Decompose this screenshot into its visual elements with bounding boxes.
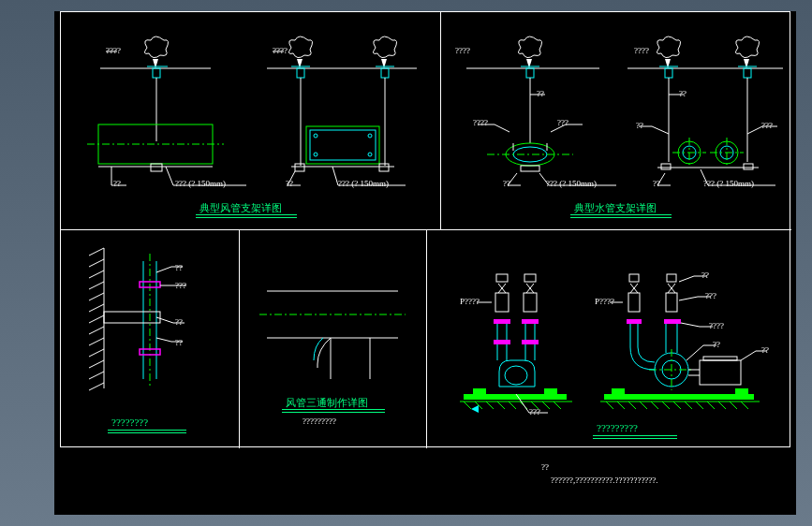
- svg-rect-162: [612, 388, 625, 394]
- svg-line-87: [89, 270, 104, 278]
- panel-title: ????????: [111, 416, 148, 428]
- svg-line-85: [89, 248, 104, 256]
- svg-line-93: [89, 338, 104, 345]
- footer-label: ??: [541, 462, 549, 472]
- title-underline: [196, 214, 297, 215]
- svg-rect-24: [310, 130, 376, 160]
- tag-label: ??: [761, 345, 769, 355]
- svg-rect-117: [464, 394, 567, 400]
- svg-line-151: [628, 402, 636, 409]
- svg-line-154: [662, 402, 670, 409]
- svg-line-186: [687, 345, 703, 360]
- ceiling-label: ????: [106, 46, 121, 55]
- svg-rect-135: [494, 340, 510, 344]
- svg-line-184: [681, 323, 700, 327]
- svg-rect-23: [306, 126, 379, 164]
- svg-rect-30: [295, 164, 304, 171]
- title-underline: [196, 217, 297, 218]
- title-underline: [108, 430, 186, 431]
- svg-rect-178: [629, 274, 639, 282]
- svg-line-95: [89, 360, 104, 368]
- ceiling-label: ????: [455, 46, 470, 55]
- svg-line-11: [166, 167, 173, 185]
- svg-line-122: [497, 402, 505, 409]
- svg-rect-138: [522, 319, 539, 324]
- ceiling-label: ????: [634, 46, 649, 55]
- svg-rect-40: [526, 68, 534, 78]
- svg-line-86: [89, 259, 104, 267]
- svg-rect-147: [604, 394, 754, 400]
- svg-line-188: [741, 351, 756, 360]
- panel-title: ?????????: [597, 422, 638, 433]
- tag-label: ??: [701, 270, 709, 280]
- duct-hanger-drawing: [61, 12, 440, 229]
- svg-line-182: [679, 297, 698, 300]
- subtitle: ?????????: [303, 416, 336, 426]
- tag-label: ???: [705, 291, 716, 300]
- svg-line-157: [696, 402, 703, 409]
- svg-rect-128: [473, 388, 486, 394]
- ceiling-label: ????: [273, 46, 288, 55]
- panel-title: 典型风管支架详图: [199, 201, 282, 215]
- tag-label: ???: [529, 407, 540, 416]
- svg-line-121: [486, 402, 494, 409]
- tag-label: ??: [175, 338, 183, 347]
- svg-rect-174: [627, 319, 642, 324]
- tag-label: ????: [709, 321, 724, 330]
- svg-point-27: [314, 153, 317, 156]
- svg-marker-143: [471, 405, 479, 413]
- svg-line-126: [542, 402, 550, 409]
- spec-label: ??? (? 150mm): [175, 179, 226, 188]
- svg-rect-31: [379, 164, 389, 171]
- svg-rect-140: [524, 293, 537, 312]
- svg-rect-18: [297, 68, 304, 78]
- svg-line-94: [89, 349, 104, 357]
- svg-line-180: [679, 276, 694, 282]
- svg-rect-129: [544, 388, 557, 394]
- svg-rect-139: [495, 293, 509, 312]
- svg-rect-177: [666, 293, 677, 312]
- tag-label: ??: [113, 179, 121, 188]
- svg-line-150: [617, 402, 625, 409]
- svg-line-149: [606, 402, 613, 409]
- svg-line-152: [640, 402, 647, 409]
- svg-rect-136: [522, 340, 539, 344]
- title-underline: [282, 412, 385, 413]
- rod-label: ??: [679, 89, 687, 98]
- svg-line-119: [464, 402, 471, 409]
- svg-line-110: [156, 338, 171, 342]
- title-underline: [570, 214, 672, 215]
- svg-line-46: [495, 124, 509, 132]
- svg-line-75: [652, 126, 669, 134]
- svg-rect-74: [744, 164, 753, 169]
- svg-line-90: [89, 304, 104, 312]
- svg-line-88: [89, 282, 104, 289]
- svg-point-26: [368, 134, 372, 138]
- footer-note: ??????,??????????.???????????.: [551, 475, 658, 485]
- tag-label: ??: [503, 179, 510, 188]
- tag-label: ??: [286, 179, 293, 188]
- title-underline: [593, 435, 677, 436]
- svg-rect-171: [703, 357, 737, 360]
- title-underline: [593, 438, 677, 439]
- svg-line-108: [156, 317, 173, 323]
- tag-label: ??: [653, 179, 660, 188]
- spec-label: ??? (? 150mm): [338, 179, 389, 188]
- spec-label: ??? (? 150mm): [703, 179, 754, 188]
- tag-label: ??: [713, 340, 720, 349]
- svg-rect-175: [664, 319, 681, 324]
- svg-rect-20: [381, 68, 389, 78]
- svg-line-91: [89, 315, 104, 323]
- svg-rect-141: [496, 274, 508, 282]
- svg-line-155: [673, 402, 681, 409]
- svg-rect-3: [153, 68, 160, 78]
- tag-label: ???: [761, 121, 773, 130]
- tag-label: ???: [557, 118, 568, 127]
- svg-line-104: [156, 267, 171, 272]
- svg-line-158: [707, 402, 715, 409]
- pump-installation-drawing: [426, 229, 791, 448]
- wall-bracket-drawing: [61, 229, 239, 448]
- svg-line-153: [651, 402, 658, 409]
- cad-viewport[interactable]: ???? ???? ?? ??? (? 150mm) ?? ??? (? 150…: [54, 11, 796, 515]
- svg-line-159: [718, 402, 726, 409]
